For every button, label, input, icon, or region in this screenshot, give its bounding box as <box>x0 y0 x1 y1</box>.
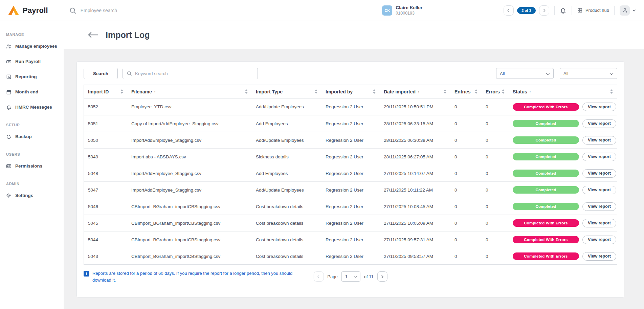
sidebar-item-label: Month end <box>15 89 38 94</box>
product-hub-button[interactable]: Product hub <box>577 7 609 13</box>
sidebar-item-run-payroll[interactable]: Run Payroll <box>0 54 64 69</box>
column-header-imported-by[interactable]: Imported by <box>321 85 380 98</box>
page-title: Import Log <box>106 30 150 40</box>
sort-toggle-icon[interactable] <box>120 89 123 94</box>
table-row: 5048 ImportAddEmployee_Stagging.csv Add … <box>84 165 617 181</box>
sort-toggle-icon[interactable] <box>444 89 446 94</box>
import-type-filter-select[interactable]: All <box>496 68 553 79</box>
column-label: Import Type <box>256 89 283 94</box>
sidebar-item-backup[interactable]: Backup <box>0 129 64 144</box>
keyword-search-input[interactable] <box>135 71 254 76</box>
sort-toggle-icon[interactable] <box>315 89 317 94</box>
sort-toggle-icon[interactable] <box>502 89 505 94</box>
cell-imported-by: Regression 2 User <box>321 154 380 159</box>
avatar: CK <box>382 5 392 16</box>
sidebar-item-settings[interactable]: Settings <box>0 188 64 203</box>
sidebar-item-manage-employees[interactable]: Manage employees <box>0 39 64 54</box>
cell-date-imported: 27/11/2025 10:11:22 AM <box>380 187 450 193</box>
view-report-button[interactable]: View report <box>582 186 616 194</box>
cell-import-id: 5049 <box>84 154 127 159</box>
current-user[interactable]: CK Claire Keller 01000193 <box>382 5 422 16</box>
import-log-table: Import ID Filename ↑ Import Type <box>84 85 617 265</box>
prev-record-button[interactable] <box>504 5 514 16</box>
search-button[interactable]: Search <box>84 68 118 79</box>
profile-menu[interactable] <box>620 5 637 16</box>
column-header-entries[interactable]: Entries <box>450 85 482 98</box>
table-row: 5052 Employee_YTD.csv Add/Update Employe… <box>84 98 617 115</box>
status-filter-select[interactable]: All <box>560 68 617 79</box>
app-logo-icon <box>7 5 20 16</box>
sidebar-item-reporting[interactable]: Reporting <box>0 69 64 84</box>
view-report-button[interactable]: View report <box>582 169 616 178</box>
next-record-button[interactable] <box>539 5 549 16</box>
view-report-button[interactable]: View report <box>582 236 616 244</box>
sort-toggle-icon[interactable] <box>610 89 613 94</box>
sidebar-item-hmrc-messages[interactable]: HMRC Messages <box>0 100 64 115</box>
cell-imported-by: Regression 2 User <box>321 204 380 209</box>
page-header: Import Log <box>64 21 644 49</box>
page-select[interactable]: 1 <box>342 272 360 281</box>
sidebar-item-month-end[interactable]: Month end <box>0 84 64 100</box>
column-header-date-imported[interactable]: Date imported ↑ <box>380 85 450 98</box>
cell-entries: 0 <box>450 254 482 259</box>
status-badge: Completed With Errors <box>513 236 579 243</box>
sort-toggle-icon[interactable] <box>245 89 248 94</box>
cell-entries: 0 <box>450 221 482 226</box>
cell-import-type: Cost breakdown details <box>252 237 321 242</box>
next-page-button[interactable] <box>377 271 387 282</box>
column-header-status[interactable]: Status ↑ <box>509 85 617 98</box>
search-icon <box>127 71 132 76</box>
table-row: 5045 CBImport_BGraham_importCBStagging.c… <box>84 215 617 231</box>
view-report-button[interactable]: View report <box>582 202 616 211</box>
status-badge: Completed With Errors <box>513 103 579 111</box>
view-report-button[interactable]: View report <box>582 252 616 261</box>
people-icon <box>6 44 12 49</box>
cell-status: Completed View report <box>509 119 617 128</box>
cell-import-id: 5043 <box>84 254 127 259</box>
view-report-button[interactable]: View report <box>582 153 616 161</box>
brand[interactable]: Payroll <box>7 5 48 16</box>
employee-search-input[interactable] <box>81 8 223 13</box>
sort-toggle-icon[interactable] <box>373 89 376 94</box>
cell-errors: 0 <box>482 121 509 126</box>
column-header-errors[interactable]: Errors <box>482 85 509 98</box>
cell-date-imported: 27/11/2025 10:05:09 AM <box>380 221 450 226</box>
sidebar-item-label: Settings <box>15 193 33 198</box>
backup-icon <box>6 134 12 139</box>
search-icon <box>69 7 76 14</box>
back-button[interactable] <box>87 31 99 38</box>
product-hub-icon <box>577 7 583 13</box>
status-badge: Completed <box>513 153 579 160</box>
column-header-import-type[interactable]: Import Type <box>252 85 321 98</box>
notifications-button[interactable] <box>560 7 567 14</box>
cell-import-type: Sickness details <box>252 154 321 159</box>
cell-entries: 0 <box>450 204 482 209</box>
table-row: 5046 CBImport_BGraham_importCBStagging.c… <box>84 198 617 215</box>
sidebar-item-permissions[interactable]: Permissions <box>0 158 64 174</box>
cell-errors: 0 <box>482 171 509 176</box>
divider <box>554 6 555 15</box>
cell-errors: 0 <box>482 187 509 193</box>
cell-date-imported: 28/11/2025 06:33:15 AM <box>380 121 450 126</box>
cell-imported-by: Regression 2 User <box>321 104 380 109</box>
cell-status: Completed With Errors View report <box>509 103 617 111</box>
sidebar-section-manage: MANAGE <box>0 32 64 37</box>
column-header-filename[interactable]: Filename ↑ <box>127 85 252 98</box>
sidebar-section-admin: ADMIN <box>0 182 64 186</box>
cell-date-imported: 27/11/2025 10:14:07 AM <box>380 171 450 176</box>
record-pager-badge: 2 of 3 <box>517 7 536 14</box>
sidebar-item-label: Reporting <box>15 74 37 79</box>
bell-icon <box>6 105 12 110</box>
cell-entries: 0 <box>450 121 482 126</box>
user-meta: Claire Keller 01000193 <box>396 5 422 16</box>
view-report-button[interactable]: View report <box>582 219 616 227</box>
column-label: Import ID <box>88 89 109 94</box>
prev-page-button[interactable] <box>313 271 324 282</box>
view-report-button[interactable]: View report <box>582 103 616 111</box>
status-badge: Completed <box>513 120 579 127</box>
sort-toggle-icon[interactable] <box>475 89 478 94</box>
view-report-button[interactable]: View report <box>582 119 616 128</box>
view-report-button[interactable]: View report <box>582 136 616 145</box>
column-header-import-id[interactable]: Import ID <box>84 85 127 98</box>
cell-date-imported: 28/11/2025 06:30:38 AM <box>380 138 450 143</box>
